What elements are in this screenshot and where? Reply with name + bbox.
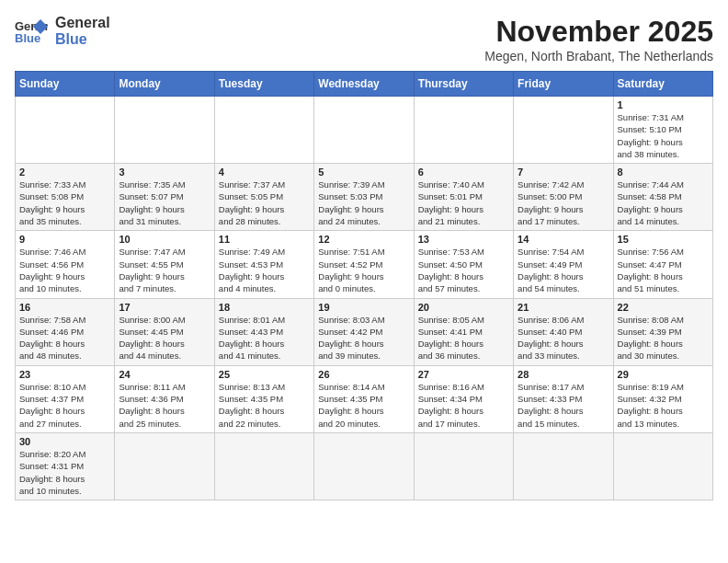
- calendar-cell: [16, 97, 115, 164]
- day-info: Sunrise: 7:42 AM Sunset: 5:00 PM Dayligh…: [518, 178, 609, 227]
- day-number: 24: [119, 369, 210, 380]
- day-info: Sunrise: 8:10 AM Sunset: 4:37 PM Dayligh…: [19, 381, 110, 430]
- day-number: 9: [19, 234, 110, 245]
- day-info: Sunrise: 7:46 AM Sunset: 4:56 PM Dayligh…: [19, 246, 110, 294]
- day-number: 15: [618, 234, 709, 245]
- calendar-week-3: 9Sunrise: 7:46 AM Sunset: 4:56 PM Daylig…: [16, 231, 713, 298]
- calendar-cell: 7Sunrise: 7:42 AM Sunset: 5:00 PM Daylig…: [514, 164, 613, 231]
- calendar-cell: 15Sunrise: 7:56 AM Sunset: 4:47 PM Dayli…: [613, 231, 712, 298]
- day-info: Sunrise: 7:37 AM Sunset: 5:05 PM Dayligh…: [219, 178, 310, 227]
- calendar-week-6: 30Sunrise: 8:20 AM Sunset: 4:31 PM Dayli…: [16, 432, 713, 500]
- day-info: Sunrise: 8:06 AM Sunset: 4:40 PM Dayligh…: [518, 314, 609, 362]
- day-number: 22: [618, 302, 709, 313]
- weekday-header-thursday: Thursday: [414, 72, 513, 97]
- day-info: Sunrise: 8:19 AM Sunset: 4:32 PM Dayligh…: [618, 381, 709, 430]
- calendar-cell: 28Sunrise: 8:17 AM Sunset: 4:33 PM Dayli…: [514, 365, 613, 432]
- day-info: Sunrise: 7:31 AM Sunset: 5:10 PM Dayligh…: [618, 111, 709, 160]
- day-number: 13: [418, 234, 509, 245]
- calendar-cell: 27Sunrise: 8:16 AM Sunset: 4:34 PM Dayli…: [414, 365, 513, 432]
- day-number: 10: [119, 234, 210, 245]
- day-info: Sunrise: 7:51 AM Sunset: 4:52 PM Dayligh…: [318, 246, 409, 294]
- day-number: 21: [518, 302, 609, 313]
- day-info: Sunrise: 8:08 AM Sunset: 4:39 PM Dayligh…: [618, 314, 709, 362]
- logo-blue-text: Blue: [55, 31, 110, 48]
- day-info: Sunrise: 7:54 AM Sunset: 4:49 PM Dayligh…: [518, 246, 609, 294]
- day-info: Sunrise: 7:58 AM Sunset: 4:46 PM Dayligh…: [19, 314, 110, 362]
- calendar-cell: [514, 97, 613, 164]
- day-info: Sunrise: 7:35 AM Sunset: 5:07 PM Dayligh…: [119, 178, 210, 227]
- day-info: Sunrise: 7:56 AM Sunset: 4:47 PM Dayligh…: [618, 246, 709, 294]
- day-info: Sunrise: 8:00 AM Sunset: 4:45 PM Dayligh…: [119, 314, 210, 362]
- day-number: 5: [318, 167, 409, 178]
- day-number: 20: [418, 302, 509, 313]
- title-block: November 2025 Megen, North Brabant, The …: [484, 15, 713, 63]
- calendar-cell: 30Sunrise: 8:20 AM Sunset: 4:31 PM Dayli…: [16, 432, 115, 500]
- calendar-cell: 2Sunrise: 7:33 AM Sunset: 5:08 PM Daylig…: [16, 164, 115, 231]
- weekday-header-sunday: Sunday: [16, 72, 115, 97]
- day-number: 14: [518, 234, 609, 245]
- day-info: Sunrise: 7:39 AM Sunset: 5:03 PM Dayligh…: [318, 178, 409, 227]
- day-number: 12: [318, 234, 409, 245]
- calendar-cell: 13Sunrise: 7:53 AM Sunset: 4:50 PM Dayli…: [414, 231, 513, 298]
- calendar-header: SundayMondayTuesdayWednesdayThursdayFrid…: [16, 72, 713, 97]
- day-number: 3: [119, 167, 210, 178]
- day-info: Sunrise: 8:20 AM Sunset: 4:31 PM Dayligh…: [19, 448, 110, 497]
- calendar-week-2: 2Sunrise: 7:33 AM Sunset: 5:08 PM Daylig…: [16, 164, 713, 231]
- weekday-header-friday: Friday: [514, 72, 613, 97]
- calendar-cell: 4Sunrise: 7:37 AM Sunset: 5:05 PM Daylig…: [214, 164, 313, 231]
- calendar-cell: 12Sunrise: 7:51 AM Sunset: 4:52 PM Dayli…: [314, 231, 414, 298]
- calendar-cell: 21Sunrise: 8:06 AM Sunset: 4:40 PM Dayli…: [514, 298, 613, 365]
- calendar-cell: 11Sunrise: 7:49 AM Sunset: 4:53 PM Dayli…: [214, 231, 313, 298]
- calendar-cell: 8Sunrise: 7:44 AM Sunset: 4:58 PM Daylig…: [613, 164, 712, 231]
- day-info: Sunrise: 7:40 AM Sunset: 5:01 PM Dayligh…: [418, 178, 509, 227]
- weekday-header-tuesday: Tuesday: [214, 72, 313, 97]
- day-number: 27: [418, 369, 509, 380]
- day-number: 23: [19, 369, 110, 380]
- logo-icon: General Blue: [15, 17, 48, 45]
- day-number: 7: [518, 167, 609, 178]
- day-info: Sunrise: 8:14 AM Sunset: 4:35 PM Dayligh…: [318, 381, 409, 430]
- day-number: 26: [318, 369, 409, 380]
- calendar-cell: [514, 432, 613, 500]
- calendar-cell: 24Sunrise: 8:11 AM Sunset: 4:36 PM Dayli…: [115, 365, 214, 432]
- day-number: 16: [19, 302, 110, 313]
- day-number: 25: [219, 369, 310, 380]
- day-info: Sunrise: 8:05 AM Sunset: 4:41 PM Dayligh…: [418, 314, 509, 362]
- page-header: General Blue General Blue November 2025 …: [15, 15, 713, 63]
- day-number: 4: [219, 167, 310, 178]
- day-info: Sunrise: 7:33 AM Sunset: 5:08 PM Dayligh…: [19, 178, 110, 227]
- logo: General Blue General Blue: [15, 15, 110, 47]
- day-info: Sunrise: 8:16 AM Sunset: 4:34 PM Dayligh…: [418, 381, 509, 430]
- calendar-cell: 9Sunrise: 7:46 AM Sunset: 4:56 PM Daylig…: [16, 231, 115, 298]
- weekday-header-monday: Monday: [115, 72, 214, 97]
- calendar-cell: [115, 97, 214, 164]
- day-number: 17: [119, 302, 210, 313]
- calendar-cell: 23Sunrise: 8:10 AM Sunset: 4:37 PM Dayli…: [16, 365, 115, 432]
- calendar-cell: 16Sunrise: 7:58 AM Sunset: 4:46 PM Dayli…: [16, 298, 115, 365]
- day-number: 30: [19, 436, 110, 447]
- day-number: 18: [219, 302, 310, 313]
- day-number: 8: [618, 167, 709, 178]
- weekday-header-saturday: Saturday: [613, 72, 712, 97]
- calendar-cell: 26Sunrise: 8:14 AM Sunset: 4:35 PM Dayli…: [314, 365, 414, 432]
- calendar-cell: 17Sunrise: 8:00 AM Sunset: 4:45 PM Dayli…: [115, 298, 214, 365]
- calendar-week-1: 1Sunrise: 7:31 AM Sunset: 5:10 PM Daylig…: [16, 97, 713, 164]
- month-title: November 2025: [484, 15, 713, 49]
- day-info: Sunrise: 7:49 AM Sunset: 4:53 PM Dayligh…: [219, 246, 310, 294]
- day-number: 1: [618, 99, 709, 110]
- calendar-week-4: 16Sunrise: 7:58 AM Sunset: 4:46 PM Dayli…: [16, 298, 713, 365]
- day-number: 11: [219, 234, 310, 245]
- day-info: Sunrise: 7:47 AM Sunset: 4:55 PM Dayligh…: [119, 246, 210, 294]
- calendar-cell: 29Sunrise: 8:19 AM Sunset: 4:32 PM Dayli…: [613, 365, 712, 432]
- calendar-cell: 3Sunrise: 7:35 AM Sunset: 5:07 PM Daylig…: [115, 164, 214, 231]
- day-number: 29: [618, 369, 709, 380]
- subtitle: Megen, North Brabant, The Netherlands: [484, 49, 713, 63]
- day-info: Sunrise: 8:01 AM Sunset: 4:43 PM Dayligh…: [219, 314, 310, 362]
- calendar-cell: [414, 97, 513, 164]
- calendar-cell: 18Sunrise: 8:01 AM Sunset: 4:43 PM Dayli…: [214, 298, 313, 365]
- weekday-header-wednesday: Wednesday: [314, 72, 414, 97]
- logo-general-text: General: [55, 15, 110, 31]
- calendar-cell: [214, 432, 313, 500]
- svg-text:Blue: Blue: [15, 31, 40, 45]
- calendar-cell: 22Sunrise: 8:08 AM Sunset: 4:39 PM Dayli…: [613, 298, 712, 365]
